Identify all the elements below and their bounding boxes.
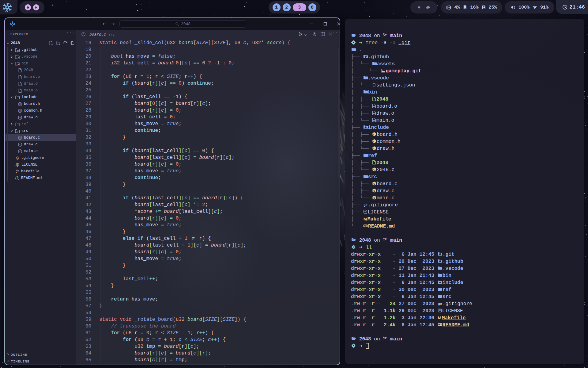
svg-text:C: C — [373, 182, 375, 185]
svg-text:C: C — [373, 147, 375, 150]
svg-text:H: H — [19, 117, 21, 119]
svg-text:C: C — [373, 140, 375, 143]
svg-text:M: M — [364, 217, 367, 221]
svg-text:H: H — [19, 110, 21, 112]
svg-text:H: H — [19, 103, 21, 105]
svg-text:10: 10 — [373, 106, 375, 108]
svg-text:10: 10 — [373, 120, 375, 122]
svg-text:M: M — [438, 316, 441, 320]
svg-text:C: C — [373, 168, 375, 171]
svg-text:git: git — [438, 302, 442, 305]
svg-text:git: git — [364, 203, 368, 207]
svg-text:C: C — [373, 190, 375, 192]
svg-text:C: C — [19, 150, 21, 153]
svg-text:C: C — [373, 133, 375, 136]
svg-text:10: 10 — [373, 113, 375, 115]
svg-text:C: C — [19, 144, 21, 146]
svg-text:{}: {} — [372, 83, 376, 87]
svg-text:C: C — [373, 197, 375, 199]
svg-text:(): () — [17, 131, 20, 133]
svg-text:C: C — [83, 33, 84, 36]
svg-text:C: C — [19, 137, 21, 139]
